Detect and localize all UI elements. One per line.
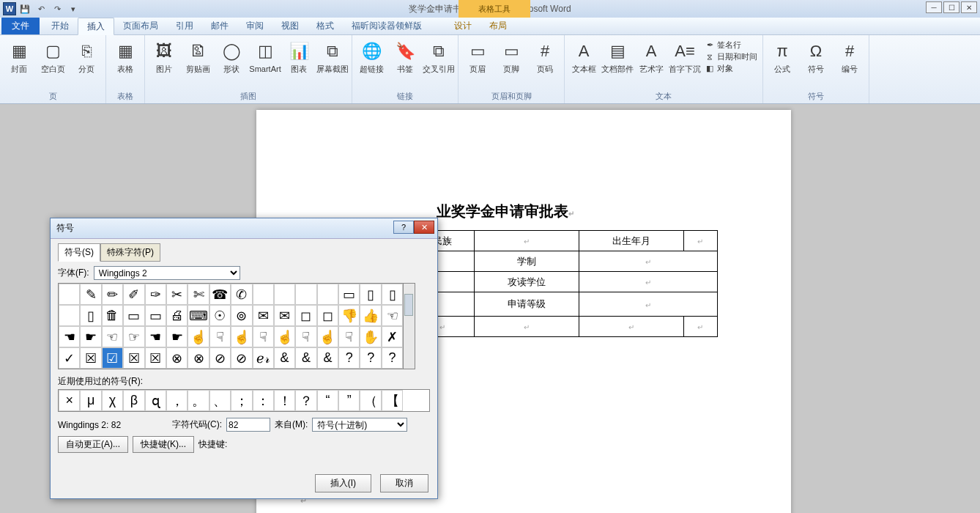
symbol-grid[interactable]: ✎✏✐✑✂✄☎✆▭▯▯▯🗑▭▭🖨⌨☉⊚✉✉◻◻👎👍☜☚☛☜☞☚☛☝☟☝☟☝☟☝☟…: [58, 283, 404, 369]
symbol-cell[interactable]: ✏: [102, 284, 123, 305]
symbol-cell[interactable]: ✂: [166, 284, 188, 305]
recent-symbol-cell[interactable]: ”: [338, 390, 360, 411]
recent-symbol-cell[interactable]: μ: [80, 390, 101, 411]
wordart-button[interactable]: A艺术字: [635, 37, 667, 74]
symbol-cell[interactable]: ✆: [231, 284, 252, 305]
qat-save-button[interactable]: 💾: [18, 2, 32, 15]
symbol-cell[interactable]: ℯ𝓇: [253, 347, 274, 369]
screenshot-button[interactable]: ⧉屏幕截图: [316, 37, 349, 74]
tab-symbols[interactable]: 符号(S): [58, 243, 100, 262]
symbol-cell[interactable]: [317, 284, 338, 305]
symbol-cell[interactable]: ☝: [274, 326, 295, 347]
symbol-cell[interactable]: ☛: [80, 326, 101, 347]
symbol-cell[interactable]: 👎: [338, 305, 360, 326]
quickparts-button[interactable]: ▤文档部件: [601, 37, 634, 74]
recent-symbol-cell[interactable]: ：: [253, 390, 274, 411]
cancel-button[interactable]: 取消: [380, 474, 428, 492]
shortcut-key-button[interactable]: 快捷键(K)...: [133, 436, 194, 453]
tab-review[interactable]: 审阅: [237, 17, 272, 34]
tab-insert[interactable]: 插入: [78, 18, 114, 35]
ctx-tab-design[interactable]: 设计: [445, 17, 480, 34]
symbol-cell[interactable]: [59, 284, 80, 305]
maximize-button[interactable]: ☐: [943, 1, 959, 13]
cell-birth-label[interactable]: 出生年月: [579, 231, 683, 251]
header-button[interactable]: ▭页眉: [461, 37, 494, 74]
symbol-scrollbar[interactable]: [404, 283, 415, 369]
qat-customize-button[interactable]: ▾: [66, 2, 81, 15]
symbol-cell[interactable]: ?: [382, 347, 403, 369]
file-tab[interactable]: 文件: [1, 17, 40, 34]
cell[interactable]: ↵: [579, 251, 717, 272]
insert-button[interactable]: 插入(I): [315, 474, 371, 492]
blank-page-button[interactable]: ▢空白页: [37, 37, 69, 74]
tab-page-layout[interactable]: 页面布局: [114, 17, 167, 34]
symbol-cell[interactable]: ▯: [80, 305, 101, 326]
cell[interactable]: ↵: [579, 272, 717, 292]
equation-button[interactable]: π公式: [766, 37, 798, 74]
symbol-cell[interactable]: ☉: [209, 305, 231, 326]
recent-symbol-cell[interactable]: ɋ: [145, 390, 166, 411]
symbol-cell[interactable]: ☟: [338, 326, 360, 347]
cell[interactable]: ↵: [683, 231, 717, 251]
recent-symbol-cell[interactable]: 【: [382, 390, 403, 411]
cover-page-button[interactable]: ▦封面: [3, 37, 35, 74]
symbol-cell[interactable]: ☟: [295, 326, 316, 347]
recent-symbol-cell[interactable]: “: [317, 390, 338, 411]
recent-symbol-cell[interactable]: 。: [188, 390, 209, 411]
tab-foxit[interactable]: 福昕阅读器领鲜版: [343, 17, 431, 34]
recent-symbol-cell[interactable]: ；: [231, 390, 252, 411]
qat-undo-button[interactable]: ↶: [34, 2, 48, 15]
symbol-cell[interactable]: ☛: [166, 326, 188, 347]
symbol-cell[interactable]: ◻: [295, 305, 316, 326]
recent-symbol-cell[interactable]: ！: [274, 390, 295, 411]
cell[interactable]: ↵: [474, 231, 579, 251]
symbol-cell[interactable]: ☚: [145, 326, 166, 347]
symbol-cell[interactable]: ☟: [209, 326, 231, 347]
symbol-cell[interactable]: 🖨: [166, 305, 188, 326]
symbol-cell[interactable]: ▭: [123, 305, 144, 326]
number-button[interactable]: #编号: [834, 37, 866, 74]
date-time-button[interactable]: ⧖日期和时间: [702, 51, 760, 62]
qat-redo-button[interactable]: ↷: [50, 2, 64, 15]
smartart-button[interactable]: ◫SmartArt: [249, 37, 281, 74]
cell-degree-label[interactable]: 攻读学位: [474, 272, 579, 292]
symbol-cell[interactable]: ▯: [360, 284, 381, 305]
tab-mailings[interactable]: 邮件: [202, 17, 237, 34]
symbol-cell[interactable]: ⊘: [231, 347, 252, 369]
symbol-cell[interactable]: [274, 284, 295, 305]
symbol-cell[interactable]: ✉: [253, 305, 274, 326]
recent-symbol-cell[interactable]: ，: [166, 390, 188, 411]
recent-symbol-cell[interactable]: β: [123, 390, 144, 411]
hyperlink-button[interactable]: 🌐超链接: [355, 37, 387, 74]
symbol-cell[interactable]: ⌨: [188, 305, 209, 326]
autocorrect-button[interactable]: 自动更正(A)...: [58, 436, 128, 453]
char-code-input[interactable]: [226, 418, 270, 432]
symbol-cell[interactable]: ☒: [145, 347, 166, 369]
recent-symbol-cell[interactable]: χ: [102, 390, 123, 411]
cell[interactable]: ↵: [579, 317, 683, 337]
symbol-cell[interactable]: ✓: [59, 347, 80, 369]
symbol-cell[interactable]: ☒: [80, 347, 101, 369]
symbol-cell[interactable]: ?: [338, 347, 360, 369]
tab-format[interactable]: 格式: [308, 17, 343, 34]
cell[interactable]: ↵: [579, 292, 717, 317]
symbol-cell[interactable]: ✐: [123, 284, 144, 305]
tab-view[interactable]: 视图: [272, 17, 308, 34]
symbol-cell[interactable]: ☝: [188, 326, 209, 347]
symbol-cell[interactable]: ☝: [317, 326, 338, 347]
symbol-cell[interactable]: ✄: [188, 284, 209, 305]
table-button[interactable]: ▦表格: [109, 37, 141, 74]
ctx-tab-layout[interactable]: 布局: [480, 17, 516, 34]
symbol-cell[interactable]: ▭: [338, 284, 360, 305]
symbol-cell[interactable]: ✗: [382, 326, 403, 347]
symbol-cell[interactable]: [253, 284, 274, 305]
symbol-cell[interactable]: ☜: [102, 326, 123, 347]
from-select[interactable]: 符号(十进制): [312, 418, 407, 432]
symbol-cell[interactable]: ✑: [145, 284, 166, 305]
tab-special-chars[interactable]: 特殊字符(P): [100, 243, 160, 262]
dialog-help-button[interactable]: ?: [393, 221, 414, 234]
symbol-cell[interactable]: ▯: [382, 284, 403, 305]
dialog-close-button[interactable]: ✕: [414, 221, 434, 234]
symbol-cell[interactable]: [59, 305, 80, 326]
symbol-cell[interactable]: ▭: [145, 305, 166, 326]
